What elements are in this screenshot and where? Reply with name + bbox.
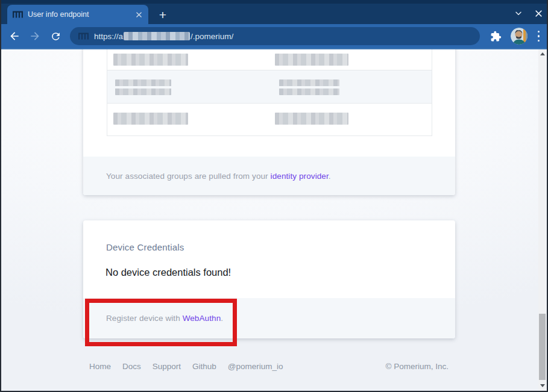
browser-menu-kebab-icon[interactable]: [537, 30, 541, 43]
redacted-cell: [115, 79, 171, 95]
back-button-icon[interactable]: [7, 29, 22, 43]
redacted-cell: [113, 113, 188, 125]
browser-titlebar: User info endpoint +: [0, 0, 548, 24]
device-credentials-title: Device Credentials: [106, 242, 184, 252]
table-row: [107, 49, 432, 70]
table-row: [107, 104, 432, 136]
pomerium-favicon-icon: [78, 33, 89, 40]
tab-search-chevron-icon[interactable]: [514, 8, 523, 18]
page-viewport: Your associated groups are pulled from y…: [0, 49, 548, 392]
reload-button-icon[interactable]: [48, 29, 63, 43]
annotation-red-box: [85, 299, 237, 346]
footer-link-support[interactable]: Support: [153, 362, 181, 371]
footer-link-home[interactable]: Home: [89, 362, 111, 371]
tab-title: User info endpoint: [28, 10, 134, 19]
address-bar[interactable]: https://a/.pomerium/: [70, 27, 480, 45]
redacted-host: [124, 32, 190, 40]
footer-link-docs[interactable]: Docs: [122, 362, 141, 371]
pomerium-favicon-icon: [13, 11, 23, 18]
redacted-cell: [275, 113, 348, 125]
identity-provider-link[interactable]: identity provider: [271, 172, 329, 181]
extensions-puzzle-icon[interactable]: [490, 31, 502, 42]
groups-note-strip: Your associated groups are pulled from y…: [83, 157, 455, 195]
browser-window: User info endpoint +: [0, 0, 548, 392]
no-credentials-message: No device credentials found!: [106, 267, 231, 278]
profile-avatar[interactable]: [511, 28, 528, 45]
scrollbar-thumb[interactable]: [539, 314, 546, 380]
redacted-cell: [113, 54, 188, 66]
table-row: [107, 70, 432, 104]
page-footer: Home Docs Support Github @pomerium_io © …: [89, 362, 449, 371]
url-text: https://a/.pomerium/: [94, 32, 233, 41]
copyright-text: © Pomerium, Inc.: [386, 362, 449, 371]
footer-link-twitter[interactable]: @pomerium_io: [228, 362, 283, 371]
window-border: [0, 0, 1, 392]
redacted-cell: [279, 79, 339, 95]
vertical-scrollbar[interactable]: [538, 49, 546, 391]
new-tab-button[interactable]: +: [154, 6, 171, 23]
groups-card: Your associated groups are pulled from y…: [83, 49, 455, 195]
browser-tab[interactable]: User info endpoint: [7, 5, 148, 24]
forward-button-icon[interactable]: [28, 29, 42, 43]
redacted-cell: [275, 54, 348, 66]
groups-note-text: Your associated groups are pulled from y…: [106, 172, 271, 181]
scroll-up-arrow-icon[interactable]: [538, 50, 546, 58]
browser-toolbar: https://a/.pomerium/: [0, 24, 548, 49]
groups-table: [107, 49, 432, 136]
window-close-icon[interactable]: [534, 9, 543, 18]
tab-close-icon[interactable]: [134, 10, 143, 19]
footer-link-github[interactable]: Github: [192, 362, 216, 371]
scroll-down-arrow-icon[interactable]: [538, 382, 546, 390]
